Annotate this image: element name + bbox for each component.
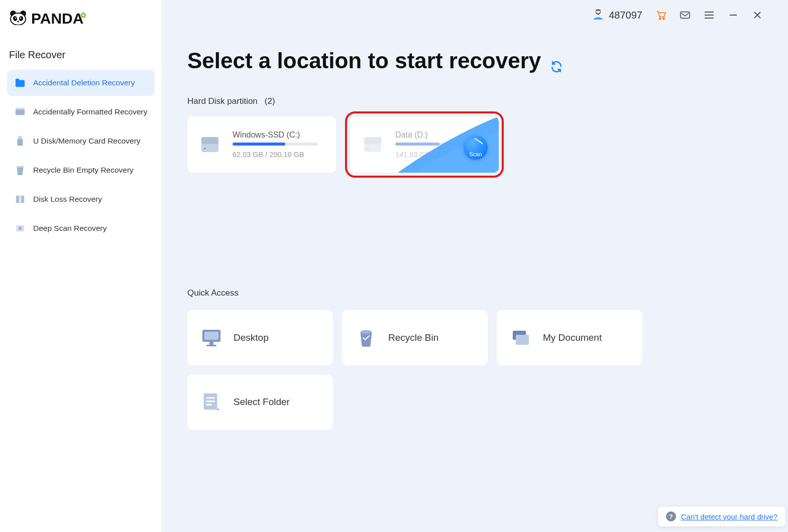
svg-point-37	[361, 330, 372, 334]
sidebar-item-label: U Disk/Memory Card Recovery	[33, 137, 141, 146]
usage-bar	[233, 143, 318, 146]
folder-icon	[14, 77, 26, 89]
svg-point-2	[11, 13, 26, 25]
mail-icon[interactable]	[680, 10, 691, 21]
hd-section-header: Hard Disk partition (2)	[187, 96, 763, 106]
svg-rect-42	[206, 401, 215, 402]
user-badge[interactable]: 487097	[592, 8, 642, 23]
quick-access-grid: Desktop Recycle Bin My Document Select F…	[187, 310, 763, 430]
sidebar-item-formatted[interactable]: Accidentally Formatted Recovery	[7, 99, 155, 125]
help-bubble[interactable]: ? Can't detect your hard drive?	[657, 506, 786, 527]
svg-point-19	[663, 18, 664, 20]
usage-bar-fill	[233, 143, 285, 146]
panda-face-icon	[9, 10, 27, 27]
menu-icon[interactable]	[704, 10, 715, 21]
quick-access-select-folder[interactable]: Select Folder	[187, 374, 333, 430]
svg-point-18	[659, 18, 661, 20]
folder-stack-icon	[510, 327, 532, 349]
refresh-icon[interactable]	[550, 53, 565, 68]
sidebar-item-label: Recycle Bin Empty Recovery	[33, 166, 134, 175]
trash-icon	[14, 164, 26, 176]
scan-button-label: Scan	[469, 151, 482, 157]
sidebar-nav: Accidental Deletion Recovery Accidentall…	[7, 70, 155, 241]
sidebar-item-label: Deep Scan Recovery	[33, 224, 106, 233]
partition-info: Windows-SSD (C:) 62.03 GB / 200.10 GB	[233, 130, 326, 159]
hd-section-label: Hard Disk partition	[187, 96, 258, 106]
svg-point-32	[367, 148, 369, 150]
svg-rect-39	[516, 335, 529, 345]
partition-card-d[interactable]: Data (D:) 141.93 GB / 274.62 GB Scan	[350, 116, 499, 173]
minimize-icon[interactable]	[728, 10, 739, 21]
book-icon	[14, 193, 26, 205]
svg-rect-31	[364, 137, 381, 144]
svg-rect-36	[206, 345, 216, 346]
trash-icon	[355, 327, 377, 349]
app-window: PANDA✿ File Recover Accidental Deletion …	[0, 0, 788, 532]
sidebar-item-label: Accidental Deletion Recovery	[33, 78, 135, 87]
drive-icon	[14, 106, 26, 118]
topbar: 487097	[187, 0, 763, 30]
sidebar-item-recyclebin[interactable]: Recycle Bin Empty Recovery	[7, 157, 155, 183]
quick-access-label: Select Folder	[234, 396, 290, 408]
help-link[interactable]: Can't detect your hard drive?	[681, 512, 777, 521]
sidebar-item-accidental-deletion[interactable]: Accidental Deletion Recovery	[7, 70, 155, 96]
svg-point-5	[15, 18, 16, 19]
cart-icon[interactable]	[655, 10, 666, 21]
svg-rect-12	[17, 166, 24, 168]
desktop-icon	[200, 327, 222, 349]
svg-rect-9	[16, 108, 25, 110]
help-icon: ?	[666, 511, 676, 521]
partition-usage: 62.03 GB / 200.10 GB	[233, 151, 326, 159]
partition-name: Windows-SSD (C:)	[233, 130, 326, 140]
note-edit-icon	[200, 391, 222, 413]
svg-rect-20	[681, 12, 690, 19]
hdd-icon	[197, 132, 222, 157]
sidebar: PANDA✿ File Recover Accidental Deletion …	[0, 0, 162, 532]
page-title-text: Select a location to start recovery	[187, 48, 541, 73]
sidebar-item-usb[interactable]: U Disk/Memory Card Recovery	[7, 128, 155, 154]
quick-access-label: Recycle Bin	[388, 332, 438, 343]
usage-bar-fill	[395, 143, 439, 146]
usb-icon	[14, 135, 26, 147]
main-panel: 487097 Select a location to start recove…	[162, 0, 788, 532]
user-id: 487097	[609, 10, 642, 21]
svg-rect-10	[18, 136, 22, 139]
quick-access-title: Quick Access	[187, 288, 763, 298]
quick-access-desktop[interactable]: Desktop	[187, 310, 333, 365]
sidebar-section-title: File Recover	[7, 34, 155, 70]
svg-rect-43	[206, 404, 212, 406]
page-title: Select a location to start recovery	[187, 48, 763, 73]
quick-access-label: Desktop	[234, 332, 269, 343]
svg-rect-28	[201, 137, 218, 144]
svg-rect-41	[206, 397, 215, 398]
hd-count: (2)	[265, 96, 275, 106]
sidebar-item-diskloss[interactable]: Disk Loss Recovery	[7, 186, 155, 212]
avatar-icon	[592, 8, 605, 23]
svg-rect-13	[20, 196, 21, 203]
close-icon[interactable]	[752, 10, 763, 21]
quick-access-documents[interactable]: My Document	[497, 310, 642, 365]
svg-point-29	[204, 148, 206, 150]
brand-text: PANDA✿	[31, 10, 89, 27]
hdd-icon	[360, 132, 385, 157]
scan-icon	[14, 222, 26, 234]
quick-access-label: My Document	[543, 332, 602, 343]
partition-card-c[interactable]: Windows-SSD (C:) 62.03 GB / 200.10 GB	[187, 116, 336, 173]
svg-point-6	[20, 18, 21, 19]
sidebar-item-deepscan[interactable]: Deep Scan Recovery	[7, 215, 155, 241]
svg-rect-35	[209, 342, 213, 345]
svg-rect-11	[18, 139, 23, 146]
sidebar-item-label: Accidentally Formatted Recovery	[33, 107, 147, 116]
quick-access-recyclebin[interactable]: Recycle Bin	[342, 310, 488, 365]
brand-logo: PANDA✿	[7, 9, 155, 34]
partitions-row: Windows-SSD (C:) 62.03 GB / 200.10 GB Da…	[187, 116, 763, 173]
sidebar-item-label: Disk Loss Recovery	[33, 195, 102, 204]
svg-point-15	[18, 226, 22, 230]
svg-point-7	[17, 21, 19, 23]
svg-rect-34	[204, 332, 218, 340]
scan-button[interactable]: Scan	[464, 136, 488, 160]
